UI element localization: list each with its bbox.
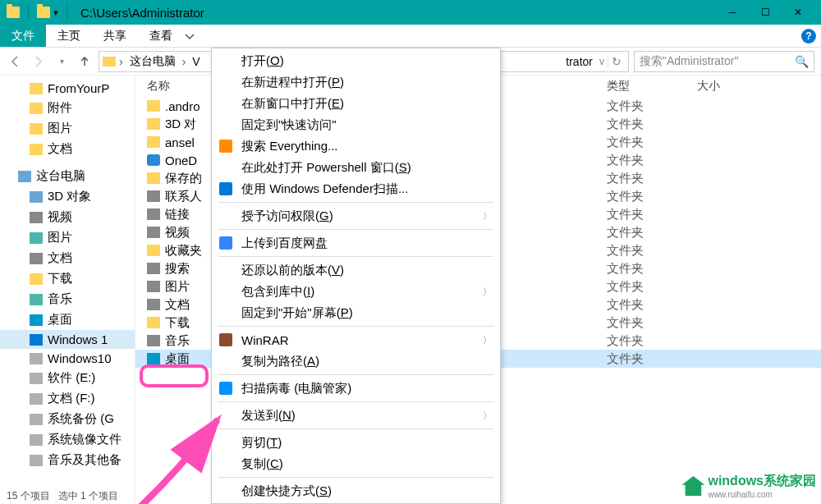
menu-item[interactable]: 固定到"快速访问" [212,114,500,135]
file-name: 桌面 [165,351,190,367]
watermark: windows系统家园 www.ruihaifu.com [681,473,816,499]
file-type: 文件夹 [607,315,697,331]
sidebar-item[interactable]: 桌面 [0,309,135,330]
file-icon [147,335,160,346]
up-button[interactable] [76,53,94,71]
menu-item[interactable]: 扫描病毒 (电脑管家) [212,378,500,399]
context-menu: 打开(O)在新进程中打开(P)在新窗口中打开(E)固定到"快速访问"搜索 Eve… [211,48,501,504]
help-button[interactable]: ? [801,29,816,44]
file-type: 文件夹 [607,279,697,295]
tab-file[interactable]: 文件 [0,25,46,47]
chevron-right-icon: 〉 [483,334,492,346]
menu-item[interactable]: 打开(O) [212,50,500,71]
menu-item[interactable]: 复制(C) [212,453,500,474]
menu-item[interactable]: 包含到库中(I)〉 [212,281,500,302]
item-icon [30,373,43,384]
file-icon [147,263,160,274]
chevron-right-icon: 〉 [483,286,492,298]
sidebar-item-label: 文档 (F:) [48,391,95,406]
sidebar-item[interactable]: 系统备份 (G [0,409,135,429]
ribbon-expand-icon[interactable] [184,30,195,42]
forward-button[interactable] [30,53,48,71]
folder-icon [30,123,43,135]
file-name: ansel [165,135,195,149]
sidebar-item[interactable]: 音乐及其他备 [0,450,135,470]
sidebar-item[interactable]: 文档 (F:) [0,388,135,409]
tab-view[interactable]: 查看 [138,25,184,47]
menu-item[interactable]: 还原以前的版本(V) [212,259,500,281]
menu-item[interactable]: 搜索 Everything... [212,135,500,157]
file-type: 文件夹 [607,207,697,222]
file-name: 音乐 [165,333,190,349]
search-placeholder: 搜索"Administrator" [640,54,738,69]
menu-item[interactable]: 上传到百度网盘 [212,232,500,254]
file-type: 文件夹 [607,333,697,349]
sidebar-item[interactable]: 图片 [0,227,135,248]
sidebar-item[interactable]: 文档 [0,248,135,268]
file-type: 文件夹 [607,351,697,367]
file-name: 联系人 [165,189,202,204]
sidebar-item[interactable]: 视频 [0,207,135,227]
menu-item[interactable]: 使用 Windows Defender扫描... [212,178,500,199]
menu-item-label: WinRAR [241,333,289,347]
sidebar-item[interactable]: Windows10 [0,349,135,368]
file-icon [147,245,160,256]
qat-dropdown-icon[interactable]: ▾ [53,7,58,18]
sidebar-item[interactable]: Windows 1 [0,330,135,349]
sidebar-item[interactable]: 软件 (E:) [0,368,135,388]
file-icon [147,100,160,112]
sidebar-item-label: 图片 [48,230,72,245]
file-name: 收藏夹 [165,243,202,259]
sidebar-item-label: Windows10 [48,351,112,365]
defender-icon [218,181,233,196]
sidebar-item[interactable]: 附件 [0,98,135,118]
qq-icon [218,381,233,396]
back-button[interactable] [7,53,25,71]
tab-share[interactable]: 共享 [92,25,138,47]
menu-item-label: 扫描病毒 (电脑管家) [241,381,351,396]
chevron-right-icon: 〉 [483,410,492,422]
tab-home[interactable]: 主页 [46,25,92,47]
minimize-button[interactable]: ─ [716,0,749,25]
close-button[interactable]: ✕ [782,0,814,25]
breadcrumb-current[interactable]: trator [562,55,596,68]
sidebar-item-label: 音乐及其他备 [48,452,122,468]
menu-item-label: 在此处打开 Powershell 窗口(S) [241,160,411,176]
folder-icon [103,57,116,66]
breadcrumb-pc[interactable]: 这台电脑 [126,54,179,69]
ribbon-tabs: 文件 主页 共享 查看 ? [0,25,821,48]
menu-item-label: 搜索 Everything... [241,139,338,154]
file-name: 图片 [165,279,190,295]
maximize-button[interactable]: ☐ [749,0,782,25]
col-size[interactable]: 大小 [697,79,779,94]
history-dropdown-icon[interactable]: ▾ [53,53,71,71]
menu-item[interactable]: 固定到"开始"屏幕(P) [212,302,500,323]
breadcrumb-drive[interactable]: V [189,55,203,68]
menu-item-label: 使用 Windows Defender扫描... [241,181,408,197]
search-input[interactable]: 搜索"Administrator" 🔍 [634,51,814,72]
menu-item[interactable]: WinRAR〉 [212,329,500,351]
menu-item[interactable]: 在此处打开 Powershell 窗口(S) [212,157,500,178]
sidebar-item-label: 系统镜像文件 [48,432,122,447]
sidebar-item[interactable]: 3D 对象 [0,186,135,207]
sidebar-item[interactable]: 系统镜像文件 [0,429,135,450]
refresh-icon[interactable]: ↻ [608,55,625,68]
menu-item[interactable]: 复制为路径(A) [212,351,500,372]
menu-item[interactable]: 在新进程中打开(P) [212,71,500,93]
file-icon [147,136,160,148]
col-type[interactable]: 类型 [607,79,697,94]
sidebar-item[interactable]: FromYourP [0,79,135,98]
sidebar-item[interactable]: 文档 [0,139,135,159]
menu-item[interactable]: 创建快捷方式(S) [212,480,500,502]
sidebar-item-pc[interactable]: 这台电脑 [0,166,135,186]
sidebar-item[interactable]: 音乐 [0,289,135,309]
sidebar-item[interactable]: 图片 [0,118,135,139]
menu-item[interactable]: 剪切(T) [212,432,500,453]
file-icon [147,353,160,364]
menu-item[interactable]: 在新窗口中打开(E) [212,93,500,114]
status-selected: 选中 1 个项目 [58,489,118,503]
menu-item[interactable]: 授予访问权限(G)〉 [212,205,500,227]
menu-item-label: 包含到库中(I) [241,284,314,300]
menu-item[interactable]: 发送到(N)〉 [212,405,500,426]
sidebar-item[interactable]: 下载 [0,268,135,289]
